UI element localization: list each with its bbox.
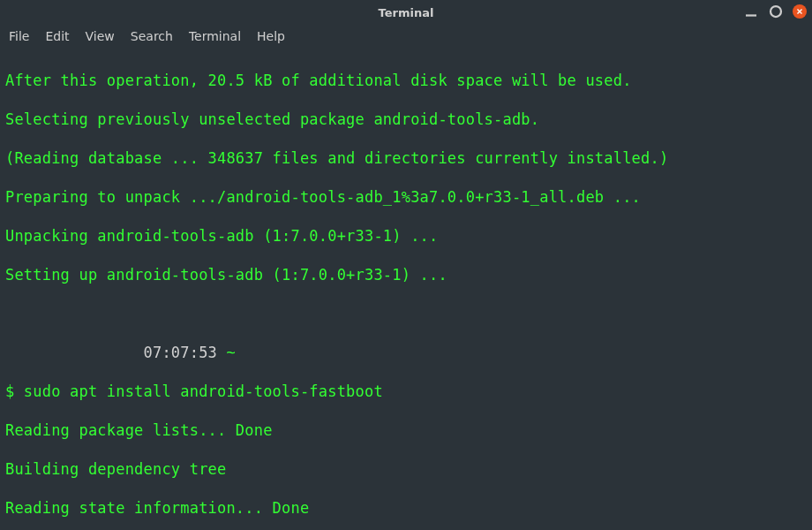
- minimize-button[interactable]: [743, 4, 759, 19]
- prompt-time: 07:07:53: [5, 344, 226, 361]
- menu-terminal[interactable]: Terminal: [189, 29, 241, 43]
- maximize-button[interactable]: [768, 4, 784, 19]
- terminal-output[interactable]: After this operation, 20.5 kB of additio…: [0, 48, 812, 530]
- menu-help[interactable]: Help: [257, 29, 285, 43]
- menu-edit[interactable]: Edit: [45, 29, 69, 43]
- menu-file[interactable]: File: [9, 29, 29, 43]
- output-line: Setting up android-tools-adb (1:7.0.0+r3…: [5, 265, 807, 284]
- menubar: File Edit View Search Terminal Help: [0, 25, 812, 48]
- output-line: After this operation, 20.5 kB of additio…: [5, 71, 807, 90]
- window-controls: [743, 4, 807, 19]
- output-line: Selecting previously unselected package …: [5, 110, 807, 129]
- output-line: (Reading database ... 348637 files and d…: [5, 148, 807, 168]
- output-line: Preparing to unpack .../android-tools-ad…: [5, 187, 807, 207]
- output-line: Reading state information... Done: [5, 498, 807, 518]
- output-line: [5, 304, 807, 323]
- titlebar: Terminal: [0, 0, 812, 25]
- output-line: Reading package lists... Done: [5, 420, 807, 440]
- output-line: Unpacking android-tools-adb (1:7.0.0+r33…: [5, 226, 807, 246]
- prompt-path: ~: [226, 344, 235, 361]
- command-line: $ sudo apt install android-tools-fastboo…: [5, 382, 807, 401]
- menu-view[interactable]: View: [86, 29, 115, 43]
- output-line: Building dependency tree: [5, 459, 807, 479]
- prompt-line: 07:07:53 ~: [5, 343, 807, 362]
- svg-point-1: [771, 6, 781, 17]
- menu-search[interactable]: Search: [131, 29, 173, 43]
- close-button[interactable]: [793, 4, 807, 19]
- window-title: Terminal: [379, 6, 434, 19]
